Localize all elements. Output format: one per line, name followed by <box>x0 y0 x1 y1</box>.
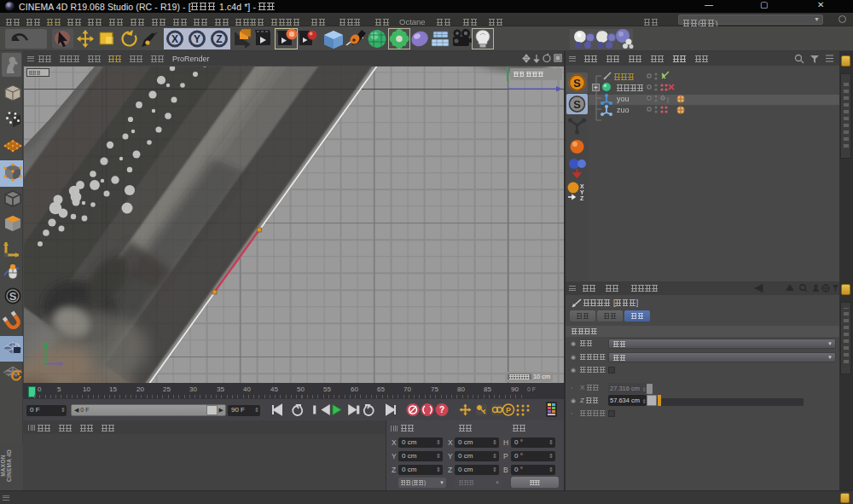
svg-text:|: | <box>667 96 669 103</box>
svg-text:S: S <box>573 98 581 111</box>
svg-text:Y: Y <box>580 189 584 195</box>
svg-text:X: X <box>580 183 584 189</box>
svg-text:Z: Z <box>580 195 584 201</box>
svg-text:S: S <box>573 77 581 90</box>
svg-text:Y: Y <box>194 33 200 45</box>
svg-text:S: S <box>9 290 17 303</box>
svg-text:X: X <box>171 33 178 45</box>
svg-text:P: P <box>506 406 511 414</box>
svg-text:Z: Z <box>216 33 222 45</box>
svg-text:?: ? <box>439 405 444 414</box>
